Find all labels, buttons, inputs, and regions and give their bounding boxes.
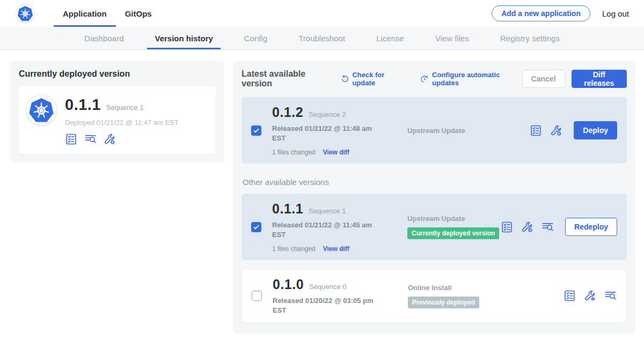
version-source: Upstream Update Currently deployed versi…: [407, 215, 501, 239]
cancel-button[interactable]: Cancel: [522, 70, 565, 88]
sequence-label: Sequence 2: [309, 110, 346, 119]
top-nav: Application GitOps Add a new application…: [0, 0, 644, 27]
subtab-troubleshoot[interactable]: Troubleshoot: [298, 27, 345, 49]
currently-deployed-badge: Currently deployed version: [407, 227, 499, 239]
version-row-0-1-2: 0.1.2 Sequence 2 Released 01/21/22 @ 11:…: [241, 97, 627, 164]
edit-config-icon[interactable]: [104, 133, 116, 145]
deployed-version-meta: 0.1.1 Sequence 1 Deployed 01/21/22 @ 11:…: [65, 95, 179, 145]
add-application-button[interactable]: Add a new application: [492, 5, 590, 21]
version-source: Online Install Previously deployed: [408, 284, 564, 308]
deploy-logs-icon[interactable]: [604, 290, 617, 302]
subtab-registry-settings[interactable]: Registry settings: [500, 27, 560, 49]
subtab-license[interactable]: License: [376, 27, 404, 49]
preflight-checks-icon[interactable]: [65, 133, 77, 145]
redeploy-button[interactable]: Redeploy: [565, 218, 617, 236]
version-number: 0.1.1: [272, 201, 303, 217]
deploy-button[interactable]: Deploy: [574, 121, 617, 139]
version-number: 0.1.2: [272, 105, 303, 120]
deployed-version-number: 0.1.1: [65, 96, 101, 114]
source-label: Upstream Update: [407, 215, 465, 223]
topnav-right: Add a new application Log out: [492, 5, 629, 21]
app-logo: [16, 4, 34, 23]
preflight-checks-icon[interactable]: [564, 290, 576, 302]
subtab-dashboard[interactable]: Dashboard: [84, 27, 123, 49]
app-sub-nav: Dashboard Version history Config Trouble…: [0, 27, 644, 50]
kubernetes-icon: [17, 5, 33, 21]
app-version-logo: [26, 95, 56, 125]
other-versions-title: Other available versions: [243, 178, 626, 187]
preflight-checks-icon[interactable]: [530, 124, 542, 137]
version-actions: Redeploy: [501, 218, 617, 236]
files-changed-label: 1 files changed: [272, 149, 316, 156]
version-row-0-1-1: 0.1.1 Sequence 1 Released 01/21/22 @ 11:…: [241, 194, 627, 260]
version-info: 0.1.0 Sequence 0 Released 01/20/22 @ 03:…: [273, 277, 386, 315]
configure-automatic-updates-link[interactable]: Configure automatic updates: [420, 71, 522, 87]
logout-link[interactable]: Log out: [602, 9, 629, 18]
currently-deployed-card: Currently deployed version 0.1.1 Sequenc…: [10, 61, 224, 162]
deployed-card-title: Currently deployed version: [19, 69, 216, 79]
subtab-config[interactable]: Config: [244, 27, 267, 49]
latest-version-title: Latest available version: [241, 69, 332, 88]
preflight-checks-icon[interactable]: [501, 221, 513, 233]
deploy-logs-icon[interactable]: [541, 221, 554, 233]
released-timestamp: Released 01/21/22 @ 11:45 am EST: [272, 220, 379, 239]
schedule-update-icon: [420, 75, 429, 84]
check-for-update-link[interactable]: Check for update: [341, 71, 406, 87]
sequence-label: Sequence 1: [309, 207, 346, 215]
deployed-version-tile: 0.1.1 Sequence 1 Deployed 01/21/22 @ 11:…: [19, 86, 216, 154]
refresh-icon: [341, 75, 349, 84]
sequence-label: Sequence 0: [309, 283, 346, 291]
version-source: Upstream Update: [407, 127, 530, 135]
version-select-checkbox[interactable]: [251, 125, 261, 136]
tab-gitops[interactable]: GitOps: [116, 0, 161, 27]
subtab-view-files[interactable]: View files: [435, 27, 469, 49]
deployed-timestamp: Deployed 01/21/22 @ 11:47 am EST: [65, 119, 179, 127]
version-select-checkbox[interactable]: [251, 222, 261, 232]
version-actions: Deploy: [530, 121, 617, 139]
previously-deployed-badge: Previously deployed: [408, 297, 479, 308]
files-changed-label: 1 files changed: [272, 245, 316, 253]
deployed-sequence-label: Sequence 1: [106, 104, 143, 112]
kubernetes-icon: [28, 97, 54, 123]
version-select-checkbox[interactable]: [252, 291, 262, 301]
view-config-icon[interactable]: [584, 290, 596, 302]
check-icon: [253, 127, 260, 134]
check-icon: [253, 224, 260, 231]
available-versions-card: Latest available version Check for updat…: [233, 61, 635, 334]
edit-config-icon[interactable]: [550, 124, 562, 137]
view-diff-link[interactable]: View diff: [323, 149, 349, 156]
main-content: Currently deployed version 0.1.1 Sequenc…: [0, 50, 644, 334]
source-label: Upstream Update: [407, 127, 465, 135]
edit-config-icon[interactable]: [521, 221, 533, 233]
version-number: 0.1.0: [273, 277, 304, 292]
version-info: 0.1.1 Sequence 1 Released 01/21/22 @ 11:…: [272, 201, 386, 253]
deploy-logs-icon[interactable]: [84, 133, 97, 145]
view-diff-link[interactable]: View diff: [323, 245, 349, 253]
diff-releases-button[interactable]: Diff releases: [572, 70, 627, 88]
tab-application[interactable]: Application: [54, 0, 116, 27]
source-label: Online Install: [408, 284, 452, 292]
released-timestamp: Released 01/21/22 @ 11:48 am EST: [272, 124, 379, 143]
released-timestamp: Released 01/20/22 @ 03:05 pm EST: [273, 296, 380, 315]
version-info: 0.1.2 Sequence 2 Released 01/21/22 @ 11:…: [272, 105, 386, 156]
latest-version-header: Latest available version Check for updat…: [241, 69, 627, 88]
version-row-0-1-0: 0.1.0 Sequence 0 Released 01/20/22 @ 03:…: [241, 269, 627, 323]
topnav-tabs: Application GitOps: [54, 0, 161, 27]
subtab-version-history[interactable]: Version history: [155, 27, 213, 49]
version-actions: [564, 290, 617, 302]
